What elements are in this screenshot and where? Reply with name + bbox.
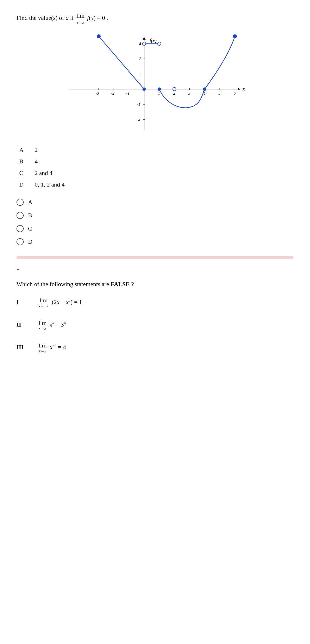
graph-svg: -3 -2 -1 1 2 3 4 5 6 (62, 31, 249, 136)
question-2-block: * Which of the following statements are … (17, 267, 293, 353)
q1-radio-options: A B C D (17, 199, 293, 245)
q2-question-text: Which of the following statements are FA… (17, 279, 293, 289)
statement-I-math: lim x→−1 (2x − x3) = 1 (39, 297, 82, 308)
svg-text:6: 6 (234, 91, 236, 95)
radio-label-C: C (28, 225, 32, 232)
y-axis-label: f(x) (150, 38, 157, 44)
radio-circle-A[interactable] (17, 199, 24, 206)
point-4-0 (203, 87, 206, 91)
point-0-0 (142, 87, 146, 91)
point-1-0 (158, 87, 161, 91)
radio-label-B: B (28, 212, 32, 219)
svg-text:-1: -1 (137, 102, 140, 106)
question-1-block: Find the value(s) of a if lim x→a f(x) =… (17, 11, 293, 245)
statement-I-expr: (2x − x3) = 1 (52, 298, 82, 305)
radio-option-C[interactable]: C (17, 225, 293, 232)
choice-B-letter: B (17, 156, 32, 167)
q1-question-text: Find the value(s) of a if lim x→a f(x) =… (17, 11, 293, 26)
choice-C-letter: C (17, 167, 32, 179)
lim-sub-q1: x→a (77, 20, 84, 26)
svg-text:-3: -3 (95, 91, 99, 95)
choice-D-value: 0, 1, 2 and 4 (32, 179, 73, 190)
choice-B-value: 4 (32, 156, 73, 167)
lim-word-q1: lim (76, 11, 84, 20)
point-neg3 (97, 34, 101, 38)
svg-text:1: 1 (158, 91, 160, 95)
svg-text:-2: -2 (111, 91, 114, 95)
statement-III-lim-sub: x→2 (39, 349, 46, 353)
statement-III-label: III (17, 344, 39, 351)
choice-A-letter: A (17, 144, 32, 156)
choice-C-value: 2 and 4 (32, 167, 73, 179)
radio-option-A[interactable]: A (17, 199, 293, 206)
radio-circle-B[interactable] (17, 212, 24, 219)
point-0-3-open (142, 42, 146, 45)
radio-label-A: A (28, 199, 32, 206)
q1-choices-table: A 2 B 4 C 2 and 4 D 0, 1, 2 and 4 (17, 144, 73, 190)
required-asterisk: * (17, 267, 293, 274)
svg-text:2: 2 (139, 57, 141, 61)
statement-III-expr: x−2 = 4 (50, 344, 66, 350)
svg-text:-1: -1 (126, 91, 130, 95)
radio-circle-D[interactable] (17, 238, 24, 245)
statement-III-lim-word: lim (39, 342, 46, 349)
radio-option-B[interactable]: B (17, 212, 293, 219)
statement-III-math: lim x→2 x−2 = 4 (39, 342, 66, 353)
statement-I-lim-sub: x→−1 (39, 304, 49, 308)
choice-D-letter: D (17, 179, 32, 190)
radio-circle-C[interactable] (17, 225, 24, 232)
statement-I-block: I lim x→−1 (2x − x3) = 1 (17, 297, 293, 308)
svg-marker-3 (143, 37, 146, 40)
svg-text:5: 5 (218, 91, 221, 95)
statement-II-expr: x4 = 34 (50, 321, 66, 328)
choice-C-row: C 2 and 4 (17, 167, 73, 179)
statement-II-lim-sub: x→3 (39, 327, 46, 331)
statement-II-label: II (17, 321, 39, 328)
graph-curve (159, 36, 235, 108)
choice-B-row: B 4 (17, 156, 73, 167)
choice-D-row: D 0, 1, 2 and 4 (17, 179, 73, 190)
statement-I-lim-word: lim (40, 297, 48, 304)
choice-A-row: A 2 (17, 144, 73, 156)
statement-III-block: III lim x→2 x−2 = 4 (17, 342, 293, 353)
svg-text:3: 3 (188, 91, 190, 95)
statement-II-lim-word: lim (39, 319, 46, 327)
choice-A-value: 2 (32, 144, 73, 156)
point-2-0-open (173, 87, 176, 91)
svg-text:4: 4 (139, 42, 141, 46)
point-1-3-open (158, 42, 161, 45)
svg-text:1: 1 (139, 72, 141, 76)
svg-text:2: 2 (173, 91, 175, 95)
graph-container: -3 -2 -1 1 2 3 4 5 6 (62, 31, 249, 136)
svg-marker-1 (238, 88, 240, 91)
point-6-3 (233, 34, 237, 38)
x-axis-label: x (242, 86, 245, 92)
graph-line-segment1 (99, 36, 144, 89)
radio-label-D: D (28, 238, 32, 245)
statement-II-block: II lim x→3 x4 = 34 (17, 319, 293, 331)
statement-II-math: lim x→3 x4 = 34 (39, 319, 66, 331)
svg-text:-2: -2 (137, 117, 140, 122)
radio-option-D[interactable]: D (17, 238, 293, 245)
section-divider (17, 256, 293, 259)
statement-I-label: I (17, 298, 39, 306)
